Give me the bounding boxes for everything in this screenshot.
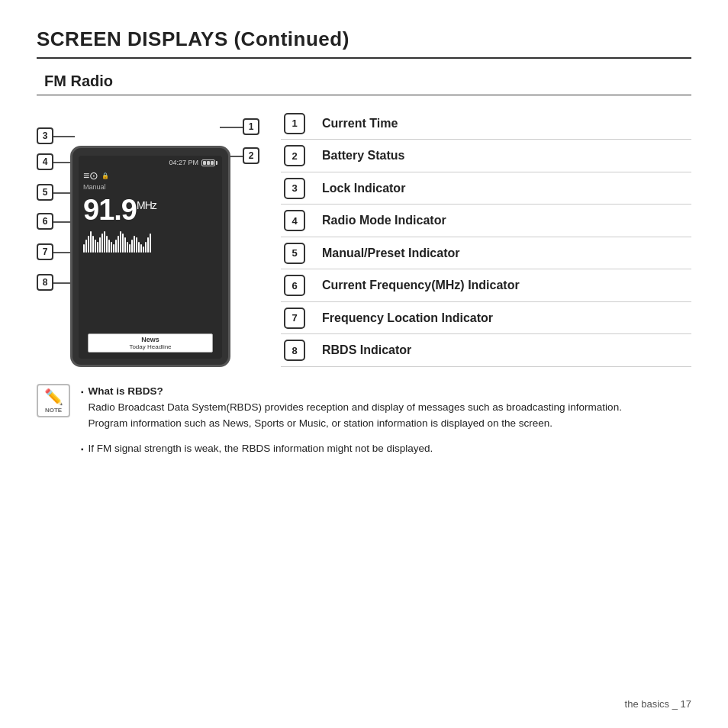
label-text-8: RBDS Indicator: [316, 343, 411, 356]
line-5: [53, 192, 70, 194]
label-row-1: 1 Current Time: [281, 108, 691, 140]
screen-top-row: 04:27 PM: [79, 156, 222, 168]
label-num-1: 1: [284, 113, 305, 134]
callout-7: 7: [37, 243, 53, 260]
line-6: [53, 221, 70, 223]
note-bullet-1: ▪ What is RBDS? Radio Broadcast Data Sys…: [81, 384, 691, 432]
bullet-icon-2: ▪: [81, 443, 84, 457]
callout-1: 1: [243, 118, 259, 135]
callout-5: 5: [37, 184, 53, 201]
label-num-7: 7: [284, 308, 305, 329]
label-text-3: Lock Indicator: [316, 182, 405, 195]
label-row-7: 7 Frequency Location Indicator: [281, 301, 691, 334]
label-num-6: 6: [284, 275, 305, 296]
note-title: What is RBDS?: [89, 385, 163, 397]
callout-8: 8: [37, 274, 53, 291]
line-4: [53, 162, 70, 163]
label-num-3: 3: [284, 178, 305, 199]
indicator-table: 1 Current Time 2 Battery Status 3 Lock I…: [281, 108, 691, 367]
manual-label: Manual: [79, 183, 222, 191]
label-text-5: Manual/Preset Indicator: [316, 246, 460, 259]
note-pencil-icon: ✏️: [44, 388, 63, 406]
device-mockup: 04:27 PM ≡⊙ 🔒: [70, 146, 230, 367]
label-text-7: Frequency Location Indicator: [316, 311, 493, 324]
note-bullet-2: ▪ If FM signal strength is weak, the RBD…: [81, 441, 691, 457]
label-num-8: 8: [284, 340, 305, 361]
line-7: [53, 252, 70, 253]
lock-icon: 🔒: [101, 172, 109, 179]
radio-mode-icon: ≡⊙: [83, 169, 98, 182]
label-text-4: Radio Mode Indicator: [316, 214, 446, 227]
time-display: 04:27 PM: [169, 159, 198, 166]
battery-display: [201, 159, 217, 166]
note-para1: Radio Broadcast Data System(RBDS) provid…: [89, 401, 622, 413]
label-row-3: 3 Lock Indicator: [281, 172, 691, 205]
frequency-bar: [83, 231, 217, 253]
page-footer: the basics _ 17: [625, 698, 691, 710]
device-diagram: 3 4 5 6 7 8 1 2 04:27: [37, 108, 266, 367]
callout-6: 6: [37, 213, 53, 230]
bullet-icon-1: ▪: [81, 386, 84, 432]
label-row-6: 6 Current Frequency(MHz) Indicator: [281, 269, 691, 302]
callout-2: 2: [243, 147, 259, 164]
frequency-display: 91.9MHz: [79, 191, 222, 227]
line-3: [53, 136, 75, 137]
label-text-6: Current Frequency(MHz) Indicator: [316, 279, 520, 292]
page-title: SCREEN DISPLAYS (Continued): [37, 27, 691, 59]
label-row-8: 8 RBDS Indicator: [281, 334, 691, 367]
label-text-1: Current Time: [316, 117, 398, 130]
icon-row: ≡⊙ 🔒: [79, 168, 222, 183]
section-title: FM Radio: [37, 72, 691, 95]
label-row-2: 2 Battery Status: [281, 140, 691, 172]
note-para2: Program information such as News, Sports…: [89, 417, 553, 429]
label-num-4: 4: [284, 210, 305, 231]
rbds-line2: Today Headline: [92, 343, 209, 350]
callout-3: 3: [37, 127, 53, 144]
line-8: [53, 282, 70, 284]
label-text-2: Battery Status: [316, 149, 404, 162]
label-num-5: 5: [284, 243, 305, 264]
line-1: [220, 127, 243, 128]
callout-4: 4: [37, 153, 53, 170]
note-content: ▪ What is RBDS? Radio Broadcast Data Sys…: [81, 384, 691, 457]
note-bullet2-text: If FM signal strength is weak, the RBDS …: [89, 441, 433, 457]
rbds-box: News Today Headline: [88, 333, 213, 353]
note-section: ✏️ NOTE ▪ What is RBDS? Radio Broadcast …: [37, 384, 691, 457]
label-num-2: 2: [284, 145, 305, 166]
label-row-4: 4 Radio Mode Indicator: [281, 205, 691, 237]
label-row-5: 5 Manual/Preset Indicator: [281, 237, 691, 269]
rbds-line1: News: [92, 336, 209, 343]
note-icon: ✏️ NOTE: [37, 384, 70, 417]
